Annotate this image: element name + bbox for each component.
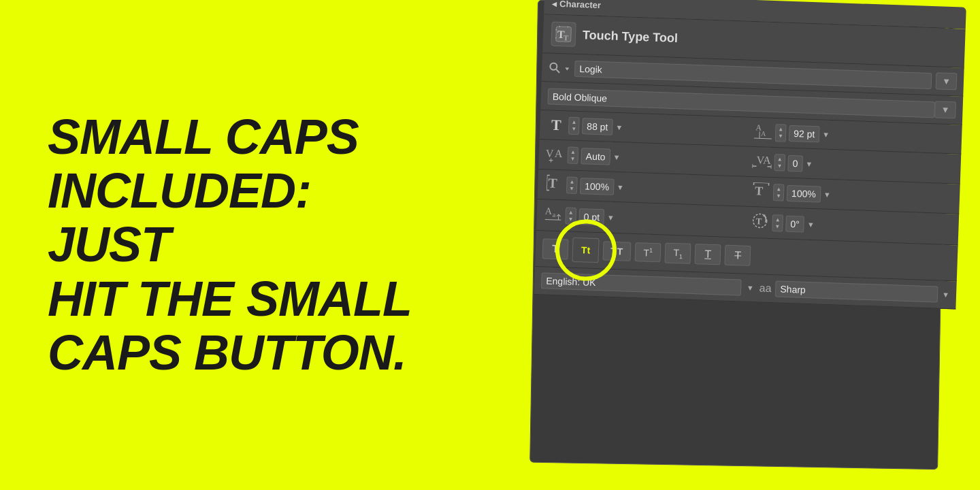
panel-header-title: ◂ Character (552, 0, 601, 10)
svg-text:V: V (546, 147, 555, 159)
svg-text:A: A (555, 147, 564, 159)
tracking-caret[interactable]: ▼ (805, 159, 813, 167)
baseline-group: A a ▲ ▼ 0 pt ▼ (543, 204, 745, 232)
leading-caret[interactable]: ▼ (822, 131, 830, 139)
headline-line3: Just (48, 218, 412, 272)
kerning-group: V A ▲ ▼ Auto ▼ (545, 144, 747, 172)
rotation-spinner[interactable]: ▲ ▼ (772, 214, 783, 232)
rotation-group: T ▲ ▼ 0° ▼ (750, 211, 952, 240)
svg-text:T: T (548, 176, 558, 191)
anti-alias-field[interactable]: Sharp (775, 280, 938, 302)
font-size-group: T ▲ ▼ 88 pt ▼ (546, 116, 749, 140)
dropdown-small-icon (564, 63, 570, 73)
vert-scale-spinner[interactable]: ▲ ▼ (566, 176, 578, 194)
headline-line5: Caps Button. (48, 326, 412, 380)
small-caps-button[interactable]: Tt (572, 238, 599, 263)
baseline-shift-icon: A a (543, 204, 563, 226)
leading-group: A A ▲ ▼ 92 pt ▼ (753, 122, 956, 149)
font-style-dropdown[interactable]: ▼ (934, 101, 956, 118)
headline-line1: Small Caps (48, 110, 412, 164)
character-panel: ◂ Character T T Touch Type Tool (534, 0, 966, 310)
baseline-caret[interactable]: ▼ (607, 213, 615, 221)
svg-text:A: A (761, 129, 766, 137)
underline-button[interactable]: T (695, 244, 721, 265)
superscript-button[interactable]: T1 (635, 242, 662, 263)
font-size-spinner[interactable]: ▲ ▼ (568, 117, 580, 135)
kerning-spinner[interactable]: ▲ ▼ (567, 146, 578, 164)
leading-field[interactable]: 92 pt (789, 125, 820, 143)
horiz-scale-caret[interactable]: ▼ (823, 190, 831, 198)
kerning-icon: V A (545, 144, 565, 165)
vertical-scale-group: T ▲ ▼ 100% ▼ (544, 174, 747, 201)
rotation-caret[interactable]: ▼ (807, 220, 815, 228)
vert-scale-caret[interactable]: ▼ (617, 183, 624, 191)
main-headline: Small Caps Included: Just Hit The Small … (48, 110, 412, 380)
tracking-icon: VA (752, 151, 772, 173)
tracking-spinner[interactable]: ▲ ▼ (774, 154, 785, 172)
language-field[interactable]: English: UK (541, 272, 741, 295)
subscript-button[interactable]: T1 (665, 242, 691, 264)
svg-text:A: A (545, 206, 553, 216)
anti-alias-icon-label: aa (759, 282, 771, 295)
leading-icon: A A (753, 122, 773, 143)
search-icon (549, 61, 561, 74)
search-icon-area (549, 61, 571, 74)
tool-name-label: Touch Type Tool (583, 28, 679, 46)
strikethrough-button[interactable]: T (725, 245, 751, 266)
svg-point-7 (550, 63, 557, 69)
tracking-field[interactable]: 0 (787, 154, 803, 172)
faux-bold-button[interactable]: T (542, 238, 569, 259)
touch-type-tool-icon[interactable]: T T (551, 22, 576, 47)
svg-line-8 (556, 69, 559, 72)
leading-spinner[interactable]: ▲ ▼ (775, 125, 787, 142)
svg-text:T: T (755, 184, 764, 197)
font-search-dropdown[interactable]: ▼ (936, 72, 958, 90)
svg-line-22 (546, 175, 547, 190)
horiz-scale-spinner[interactable]: ▲ ▼ (773, 184, 785, 201)
svg-text:a: a (553, 211, 556, 218)
headline-line4: Hit The Small (48, 272, 412, 326)
svg-text:T: T (564, 33, 569, 42)
vert-scale-field[interactable]: 100% (580, 178, 615, 195)
horiz-scale-icon: T (751, 182, 771, 201)
svg-line-11 (754, 138, 772, 139)
horiz-scale-group: T ▲ ▼ 100% ▼ (751, 182, 953, 208)
anti-alias-caret[interactable]: ▼ (942, 291, 949, 299)
vertical-scale-icon: T (544, 174, 564, 195)
svg-text:VA: VA (757, 154, 772, 166)
baseline-spinner[interactable]: ▲ ▼ (565, 207, 576, 225)
small-caps-highlight: Tt (572, 238, 599, 263)
baseline-field[interactable]: 0 pt (578, 208, 604, 225)
svg-line-26 (754, 182, 769, 183)
svg-text:T: T (755, 216, 762, 226)
font-size-caret[interactable]: ▼ (615, 123, 623, 131)
font-size-field[interactable]: 88 pt (582, 118, 613, 135)
rotation-icon: T (750, 211, 770, 234)
rotation-field[interactable]: 0° (785, 215, 804, 232)
language-caret[interactable]: ▼ (747, 284, 754, 292)
headline-line2: Included: (48, 164, 412, 218)
kerning-field[interactable]: Auto (581, 148, 610, 165)
kerning-caret[interactable]: ▼ (612, 152, 620, 161)
left-section: Small Caps Included: Just Hit The Small … (0, 0, 504, 490)
font-size-icon: T (546, 116, 566, 134)
tracking-group: VA ▲ ▼ 0 ▼ (752, 151, 954, 179)
anti-alias-group: aa Sharp ▼ (759, 280, 949, 303)
horiz-scale-field[interactable]: 100% (787, 184, 821, 202)
all-caps-button[interactable]: TT (603, 241, 632, 261)
